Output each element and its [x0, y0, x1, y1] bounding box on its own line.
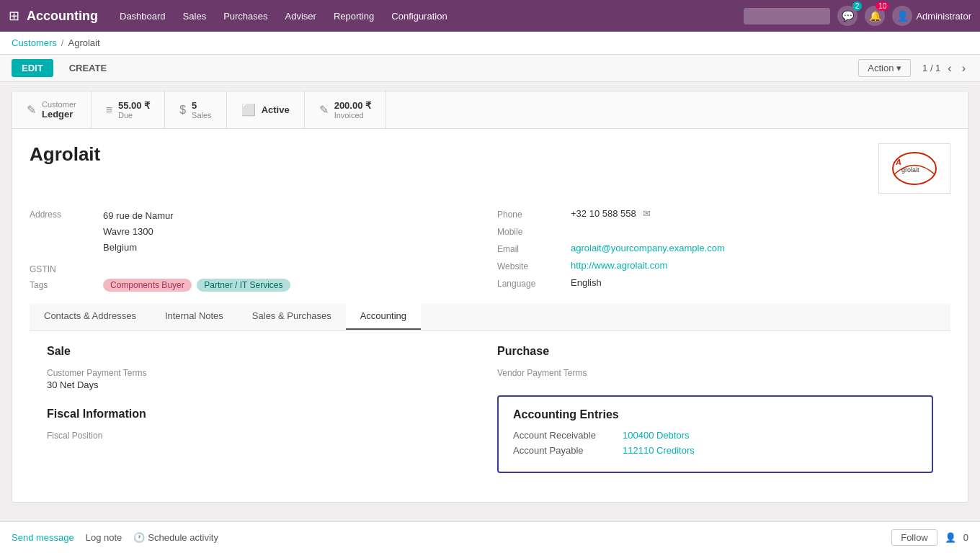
address-value: 69 rue de Namur Wavre 1300 Belgium: [103, 208, 174, 256]
address-line1: 69 rue de Namur: [103, 208, 174, 224]
ledger-icon: ✎: [27, 103, 36, 117]
sales-icon: $: [179, 104, 186, 117]
action-button[interactable]: Action ▾: [858, 59, 911, 77]
right-fields: Phone +32 10 588 558 ✉ Mobile Email agro…: [497, 208, 950, 292]
fields-section: Address 69 rue de Namur Wavre 1300 Belgi…: [30, 208, 950, 292]
website-value[interactable]: http://www.agrolait.com: [571, 260, 667, 271]
nav-links: Dashboard Sales Purchases Adviser Report…: [112, 8, 744, 24]
address-line3: Belgium: [103, 240, 174, 256]
invoiced-label: Invoiced: [334, 111, 371, 120]
next-page-button[interactable]: ›: [959, 62, 968, 75]
phone-field: Phone +32 10 588 558 ✉: [497, 208, 950, 220]
address-field: Address 69 rue de Namur Wavre 1300 Belgi…: [30, 208, 483, 256]
due-value: 55.00 ₹: [118, 100, 150, 111]
sale-title: Sale: [47, 345, 483, 358]
tab-accounting[interactable]: Accounting: [346, 303, 421, 330]
mobile-field: Mobile: [497, 225, 950, 237]
notifications-badge-btn[interactable]: 🔔 10: [865, 6, 885, 26]
nav-purchases[interactable]: Purchases: [216, 8, 275, 24]
tag-partner-it[interactable]: Partner / IT Services: [197, 279, 290, 292]
fiscal-title: Fiscal Information: [47, 408, 483, 421]
ae-title: Accounting Entries: [513, 408, 917, 421]
tab-contacts[interactable]: Contacts & Addresses: [30, 303, 151, 330]
accounting-left: Sale Customer Payment Terms 30 Net Days …: [47, 345, 483, 473]
vendor-payment-terms: Vendor Payment Terms: [497, 368, 933, 378]
tag-components-buyer[interactable]: Components Buyer: [103, 279, 192, 292]
create-button[interactable]: CREATE: [59, 59, 117, 77]
phone-label: Phone: [497, 208, 562, 220]
messages-badge-btn[interactable]: 💬 2: [837, 6, 858, 26]
record-card: ✎ Customer Ledger ≡ 55.00 ₹ Due $ 5 Sale…: [12, 91, 968, 503]
edit-button[interactable]: EDIT: [12, 59, 53, 77]
topbar-right: 💬 2 🔔 10 👤 Administrator: [744, 6, 971, 26]
vendor-payment-label: Vendor Payment Terms: [497, 368, 933, 378]
user-menu[interactable]: 👤 Administrator: [892, 6, 971, 26]
top-nav: ⊞ Accounting Dashboard Sales Purchases A…: [0, 0, 980, 32]
tab-content-accounting: Sale Customer Payment Terms 30 Net Days …: [30, 331, 950, 487]
email-value[interactable]: agrolait@yourcompany.example.com: [571, 243, 725, 253]
ae-payable-row: Account Payable 112110 Creditors: [513, 445, 917, 456]
status-sales[interactable]: $ 5 Sales: [165, 91, 226, 128]
svg-text:A: A: [895, 158, 901, 166]
ae-receivable-row: Account Receivable 100400 Debtors: [513, 430, 917, 441]
nav-reporting[interactable]: Reporting: [326, 8, 381, 24]
left-fields: Address 69 rue de Namur Wavre 1300 Belgi…: [30, 208, 483, 292]
fiscal-position: Fiscal Position: [47, 431, 483, 441]
status-due[interactable]: ≡ 55.00 ₹ Due: [92, 91, 166, 128]
breadcrumb-current: Agrolait: [68, 37, 99, 48]
action-bar: EDIT CREATE Action ▾ 1 / 1 ‹ ›: [0, 55, 980, 82]
language-label: Language: [497, 277, 562, 289]
ae-payable-value[interactable]: 112110 Creditors: [623, 445, 695, 456]
breadcrumb: Customers / Agrolait: [0, 32, 980, 55]
due-label: Due: [118, 111, 150, 120]
email-label: Email: [497, 243, 562, 254]
invoiced-icon: ✎: [319, 103, 329, 117]
status-active[interactable]: ⬜ Active: [227, 91, 305, 128]
nav-adviser[interactable]: Adviser: [278, 8, 324, 24]
tab-sales[interactable]: Sales & Purchases: [238, 303, 346, 330]
company-logo: A grolait: [878, 143, 950, 194]
user-avatar: 👤: [892, 6, 912, 26]
pagination-text: 1 / 1: [922, 63, 940, 73]
address-label: Address: [30, 208, 94, 220]
email-phone-icon[interactable]: ✉: [643, 208, 651, 219]
language-value: English: [571, 277, 602, 288]
customer-payment-label: Customer Payment Terms: [47, 368, 483, 378]
logo-svg: A grolait: [886, 149, 943, 189]
nav-dashboard[interactable]: Dashboard: [112, 8, 173, 24]
phone-value: +32 10 588 558 ✉: [571, 208, 651, 219]
prev-page-button[interactable]: ‹: [945, 62, 954, 75]
accounting-two-col: Sale Customer Payment Terms 30 Net Days …: [47, 345, 933, 473]
language-field: Language English: [497, 277, 950, 289]
tags-container: Components Buyer Partner / IT Services: [103, 279, 293, 292]
status-customer-ledger[interactable]: ✎ Customer Ledger: [12, 91, 92, 128]
user-name: Administrator: [916, 11, 971, 22]
fiscal-position-label: Fiscal Position: [47, 431, 483, 441]
email-field: Email agrolait@yourcompany.example.com: [497, 243, 950, 254]
notifications-count: 10: [876, 1, 889, 11]
ae-receivable-label: Account Receivable: [513, 430, 614, 441]
app-grid-icon[interactable]: ⊞: [9, 8, 19, 24]
tags-label: Tags: [30, 279, 94, 290]
nav-configuration[interactable]: Configuration: [384, 8, 454, 24]
breadcrumb-parent[interactable]: Customers: [12, 37, 57, 48]
ae-payable-label: Account Payable: [513, 445, 614, 456]
ae-receivable-value[interactable]: 100400 Debtors: [623, 430, 690, 441]
app-name: Accounting: [27, 9, 98, 24]
main-content: ✎ Customer Ledger ≡ 55.00 ₹ Due $ 5 Sale…: [0, 82, 980, 511]
search-input[interactable]: [744, 8, 830, 24]
gstin-field: GSTIN: [30, 263, 483, 274]
ledger-value: Ledger: [42, 109, 76, 120]
tabs-bar: Contacts & Addresses Internal Notes Sale…: [30, 303, 950, 331]
nav-sales[interactable]: Sales: [176, 8, 214, 24]
tab-notes[interactable]: Internal Notes: [151, 303, 238, 330]
tags-field: Tags Components Buyer Partner / IT Servi…: [30, 279, 483, 292]
record-header: Agrolait A grolait: [30, 143, 950, 194]
purchase-title: Purchase: [497, 345, 933, 358]
active-icon: ⬜: [241, 103, 256, 117]
status-invoiced[interactable]: ✎ 200.00 ₹ Invoiced: [305, 91, 386, 128]
messages-count: 2: [852, 1, 863, 11]
ledger-label: Customer: [42, 100, 76, 109]
sales-label: Sales: [192, 111, 212, 120]
active-value: Active: [262, 104, 290, 115]
